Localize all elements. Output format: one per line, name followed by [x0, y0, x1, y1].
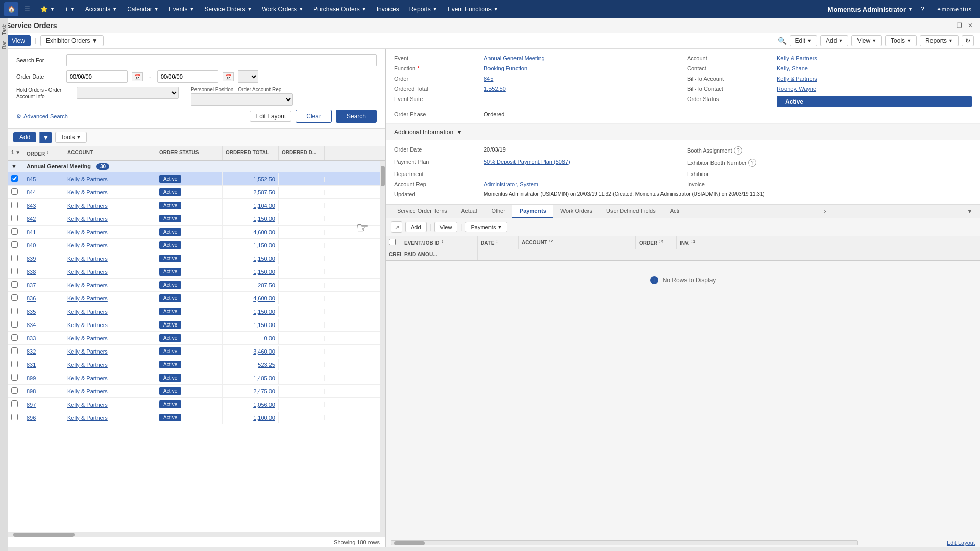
row-order[interactable]: 898 — [23, 386, 64, 397]
row-order[interactable]: 835 — [23, 306, 64, 317]
pay-col-account[interactable]: ACCOUNT ↕2 — [519, 236, 595, 249]
close-button[interactable]: ✕ — [967, 22, 974, 29]
row-order[interactable]: 836 — [23, 293, 64, 304]
row-check[interactable] — [8, 226, 23, 238]
row-order[interactable]: 896 — [23, 412, 64, 423]
row-account[interactable]: Kelly & Partners — [64, 412, 156, 423]
row-order[interactable]: 844 — [23, 187, 64, 198]
group-collapse-icon[interactable]: ▼ — [11, 163, 27, 169]
table-row[interactable]: 835 Kelly & Partners Active 1,150.00 — [8, 305, 380, 318]
pay-col-event[interactable]: EVENT/JOB ID ↕ — [401, 236, 478, 249]
nav-events[interactable]: Events ▼ — [165, 4, 199, 15]
view-toolbar-right-button[interactable]: View ▼ — [851, 35, 882, 46]
tab-service-order-items[interactable]: Service Order Items — [390, 205, 454, 218]
row-total[interactable]: 1,150.00 — [223, 319, 279, 331]
row-check[interactable] — [8, 305, 23, 318]
pay-col-order[interactable]: ORDER ↕4 — [636, 236, 677, 249]
row-check[interactable] — [8, 265, 23, 278]
refresh-button[interactable]: ↻ — [962, 35, 974, 46]
payments-add-button[interactable]: Add — [405, 222, 427, 232]
side-tab-bar[interactable]: Bar — [1, 39, 8, 52]
row-check[interactable] — [8, 345, 23, 358]
row-order[interactable]: 840 — [23, 240, 64, 251]
order-date-from[interactable] — [66, 70, 128, 83]
table-row[interactable]: 832 Kelly & Partners Active 3,460.00 — [8, 345, 380, 358]
table-row[interactable]: 896 Kelly & Partners Active 1,100.00 — [8, 411, 380, 424]
row-check[interactable] — [8, 199, 23, 212]
order-value[interactable]: 845 — [484, 76, 679, 82]
table-row[interactable]: 833 Kelly & Partners Active 0.00 — [8, 332, 380, 345]
row-order[interactable]: 832 — [23, 346, 64, 357]
payments-view-button[interactable]: View — [434, 222, 458, 232]
row-total[interactable]: 0.00 — [223, 333, 279, 344]
row-total[interactable]: 523.25 — [223, 359, 279, 370]
personnel-select[interactable] — [191, 93, 293, 106]
search-button[interactable]: Search — [336, 110, 377, 123]
row-account[interactable]: Kelly & Partners — [64, 306, 156, 317]
row-total[interactable]: 1,150.00 — [223, 253, 279, 264]
row-order[interactable]: 841 — [23, 227, 64, 238]
row-total[interactable]: 1,150.00 — [223, 266, 279, 278]
row-total[interactable]: 1,150.00 — [223, 306, 279, 317]
row-check[interactable] — [8, 212, 23, 225]
tab-collapse[interactable]: ▼ — [964, 206, 976, 217]
row-total[interactable]: 1,100.00 — [223, 412, 279, 423]
date-to-picker[interactable]: 📅 — [223, 72, 234, 81]
tab-payments[interactable]: Payments — [512, 205, 553, 218]
row-check[interactable] — [8, 172, 23, 185]
row-account[interactable]: Kelly & Partners — [64, 173, 156, 185]
table-row[interactable]: 844 Kelly & Partners Active 2,587.50 — [8, 186, 380, 199]
table-row[interactable]: 840 Kelly & Partners Active 1,150.00 — [8, 239, 380, 252]
table-row[interactable]: 831 Kelly & Partners Active 523.25 — [8, 358, 380, 371]
nav-purchase-orders[interactable]: Purchase Orders ▼ — [309, 4, 371, 15]
nav-service-orders[interactable]: Service Orders ▼ — [200, 4, 256, 15]
table-row[interactable]: 897 Kelly & Partners Active 1,056.00 — [8, 398, 380, 411]
table-row[interactable]: 899 Kelly & Partners Active 1,485.00 — [8, 371, 380, 385]
account-value[interactable]: Kelly & Partners — [777, 55, 972, 61]
table-row[interactable]: 845 Kelly & Partners Active 1,552.50 — [8, 172, 380, 186]
payments-select-all[interactable] — [389, 239, 396, 245]
edit-layout-left-button[interactable]: Edit Layout — [250, 111, 291, 122]
row-total[interactable]: 287.50 — [223, 280, 279, 291]
row-account[interactable]: Kelly & Partners — [64, 399, 156, 410]
row-total[interactable]: 1,485.00 — [223, 372, 279, 384]
row-check[interactable] — [8, 292, 23, 305]
exhibitor-orders-button[interactable]: Exhibitor Orders ▼ — [40, 35, 104, 46]
hold-orders-select[interactable] — [77, 87, 179, 99]
row-order[interactable]: 842 — [23, 213, 64, 224]
reports-toolbar-button[interactable]: Reports ▼ — [920, 35, 959, 46]
row-order[interactable]: 897 — [23, 399, 64, 410]
row-account[interactable]: Kelly & Partners — [64, 280, 156, 291]
function-value[interactable]: Booking Function — [484, 65, 679, 71]
search-icon[interactable]: 🔍 — [778, 37, 787, 45]
row-check[interactable] — [8, 411, 23, 424]
pay-col-credit[interactable]: CREDIT CARD/CHE... — [386, 249, 401, 260]
maximize-button[interactable]: ❐ — [955, 22, 963, 29]
table-row[interactable]: 834 Kelly & Partners Active 1,150.00 — [8, 318, 380, 332]
row-order[interactable]: 838 — [23, 266, 64, 278]
tab-scroll-right[interactable]: › — [821, 206, 829, 217]
table-row[interactable]: 841 Kelly & Partners Active 4,600.00 — [8, 226, 380, 239]
row-total[interactable]: 4,600.00 — [223, 227, 279, 238]
row-account[interactable]: Kelly & Partners — [64, 386, 156, 397]
minimize-button[interactable]: — — [944, 22, 951, 29]
vertical-scrollbar[interactable] — [380, 161, 385, 532]
row-total[interactable]: 3,460.00 — [223, 346, 279, 357]
payments-payments-button[interactable]: Payments ▼ — [465, 222, 507, 232]
table-row[interactable]: 839 Kelly & Partners Active 1,150.00 — [8, 252, 380, 265]
search-for-input[interactable] — [66, 54, 377, 66]
admin-label[interactable]: Momentus Administrator ▼ — [828, 6, 913, 13]
table-row[interactable]: 843 Kelly & Partners Active 1,104.00 — [8, 199, 380, 212]
nav-calendar[interactable]: Calendar ▼ — [123, 4, 163, 15]
row-account[interactable]: Kelly & Partners — [64, 346, 156, 357]
payment-plan-value[interactable]: 50% Deposit Payment Plan (5067) — [484, 159, 679, 167]
row-total[interactable]: 4,600.00 — [223, 293, 279, 304]
table-row[interactable]: 842 Kelly & Partners Active 1,150.00 — [8, 212, 380, 226]
row-order[interactable]: 839 — [23, 253, 64, 264]
tools-toolbar-button[interactable]: Tools ▼ — [885, 35, 917, 46]
edit-layout-right-button[interactable]: Edit Layout — [947, 540, 975, 546]
tab-actual[interactable]: Actual — [454, 205, 484, 218]
bill-to-account-value[interactable]: Kelly & Partners — [777, 76, 972, 82]
tab-acti[interactable]: Acti — [663, 205, 687, 218]
nav-work-orders[interactable]: Work Orders ▼ — [258, 4, 307, 15]
